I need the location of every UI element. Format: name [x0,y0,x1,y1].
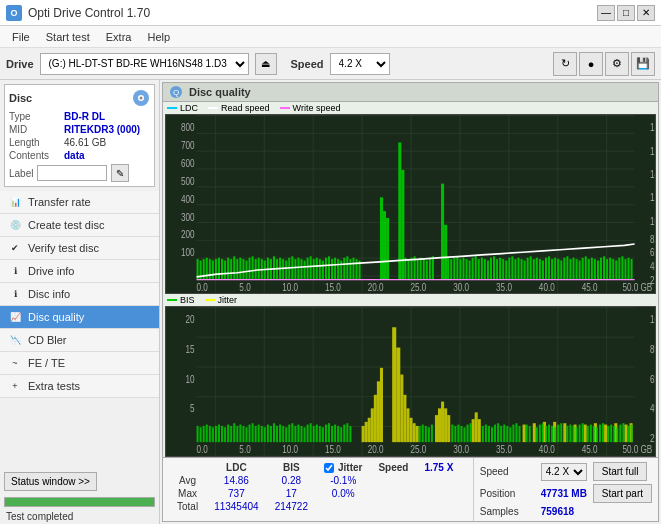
svg-rect-152 [588,259,590,280]
sidebar-item-disc-info[interactable]: ℹ Disc info [0,283,159,306]
svg-text:6%: 6% [650,373,655,385]
disc-label-btn[interactable]: ✎ [111,164,129,182]
svg-text:200: 200 [181,228,195,240]
legend-read-label: Read speed [221,103,270,113]
speed-row: Speed 4.2 X Start full [480,462,652,481]
svg-rect-251 [406,409,409,443]
svg-rect-294 [503,425,505,443]
svg-rect-304 [542,424,544,443]
app-title: Opti Drive Control 1.70 [28,6,150,20]
content-area: Q Disc quality LDC Read speed Write spee… [160,80,661,524]
svg-rect-258 [444,409,447,443]
svg-rect-50 [242,259,244,280]
svg-text:10.0: 10.0 [282,443,298,455]
svg-rect-232 [328,424,330,443]
sidebar-item-extra-tests[interactable]: + Extra tests [0,375,159,398]
disc-contents-label: Contents [9,150,64,161]
svg-text:45.0: 45.0 [582,443,598,455]
svg-rect-125 [505,260,507,279]
sidebar-item-create-test-disc[interactable]: 💿 Create test disc [0,214,159,237]
svg-text:8X: 8X [650,232,655,244]
jitter-checkbox[interactable] [324,463,334,473]
svg-rect-161 [615,260,617,279]
svg-text:16X: 16X [650,145,655,157]
burn-button[interactable]: ● [579,52,603,76]
svg-rect-287 [482,426,484,442]
svg-rect-113 [469,260,471,279]
disc-title: Disc [9,92,32,104]
eject-button[interactable]: ⏏ [255,53,277,75]
sidebar-item-transfer-rate[interactable]: 📊 Transfer rate [0,191,159,214]
svg-rect-117 [481,258,483,280]
svg-rect-318 [590,425,592,443]
svg-rect-315 [579,425,581,443]
svg-rect-211 [264,428,266,443]
svg-rect-193 [209,426,211,442]
sidebar-item-cd-bler[interactable]: 📉 CD Bler [0,329,159,352]
svg-rect-320 [596,428,598,443]
legend-jitter-label: Jitter [218,295,238,305]
menu-extra[interactable]: Extra [98,29,140,45]
bis-color [167,299,177,301]
start-part-button[interactable]: Start part [593,484,652,503]
svg-rect-120 [490,258,492,280]
app-icon: O [6,5,22,21]
svg-rect-224 [304,428,306,443]
svg-rect-219 [288,425,290,443]
menubar: File Start test Extra Help [0,26,661,48]
minimize-button[interactable]: — [597,5,615,21]
svg-rect-231 [325,425,327,443]
disc-label-input[interactable] [37,165,107,181]
menu-file[interactable]: File [4,29,38,45]
disc-mid-row: MID RITEKDR3 (000) [9,124,150,135]
maximize-button[interactable]: □ [617,5,635,21]
start-full-button[interactable]: Start full [593,462,648,481]
svg-rect-147 [572,258,574,280]
stats-speed-select[interactable]: 4.2 X [541,463,587,481]
svg-rect-256 [438,409,441,443]
svg-rect-40 [212,260,214,279]
svg-rect-273 [624,425,627,443]
svg-rect-311 [566,426,568,442]
settings-button[interactable]: ⚙ [605,52,629,76]
drive-select[interactable]: (G:) HL-DT-ST BD-RE WH16NS48 1.D3 [40,53,249,75]
svg-rect-317 [587,426,589,442]
svg-rect-80 [334,258,336,280]
disc-length-row: Length 46.61 GB [9,137,150,148]
disc-mid-value: RITEKDR3 (000) [64,124,140,135]
menu-help[interactable]: Help [139,29,178,45]
svg-rect-82 [340,260,342,279]
svg-rect-189 [197,426,199,442]
samples-value: 759618 [541,506,574,517]
sidebar-item-disc-quality[interactable]: 📈 Disc quality [0,306,159,329]
svg-text:35.0: 35.0 [496,443,512,455]
svg-text:45.0: 45.0 [582,280,598,292]
speed-select[interactable]: 4.2 X [330,53,390,75]
drivebar-icons: ↻ ● ⚙ 💾 [553,52,655,76]
sidebar-item-drive-info[interactable]: ℹ Drive info [0,260,159,283]
close-button[interactable]: ✕ [637,5,655,21]
legend-write: Write speed [280,103,341,113]
sidebar-item-verify-test-disc[interactable]: ✔ Verify test disc [0,237,159,260]
menu-start-test[interactable]: Start test [38,29,98,45]
sidebar-item-label-transfer-rate: Transfer rate [28,196,91,208]
svg-rect-313 [572,426,574,442]
svg-text:800: 800 [181,121,195,133]
chart1-legend: LDC Read speed Write speed [163,102,658,114]
refresh-button[interactable]: ↻ [553,52,577,76]
svg-text:35.0: 35.0 [496,280,512,292]
svg-rect-248 [396,348,400,443]
position-row: Position 47731 MB Start part [480,484,652,503]
titlebar: O Opti Drive Control 1.70 — □ ✕ [0,0,661,26]
svg-rect-158 [606,259,608,280]
svg-rect-261 [475,413,478,443]
progress-bar-fill [5,498,154,506]
status-window-button[interactable]: Status window >> [4,472,97,491]
sidebar-item-label-fe-te: FE / TE [28,357,65,369]
svg-rect-64 [285,260,287,279]
sidebar-item-fe-te[interactable]: ~ FE / TE [0,352,159,375]
svg-rect-227 [313,426,315,442]
save-button[interactable]: 💾 [631,52,655,76]
disc-info-rows: Type BD-R DL MID RITEKDR3 (000) Length 4… [9,111,150,182]
svg-rect-106 [447,258,449,280]
